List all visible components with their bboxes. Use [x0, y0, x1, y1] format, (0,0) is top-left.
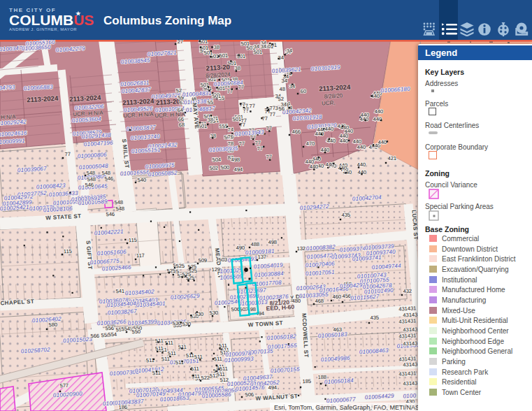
svg-text:421: 421 — [387, 155, 396, 162]
svg-text:55: 55 — [207, 99, 213, 106]
svg-text:34: 34 — [282, 73, 289, 80]
svg-text:48: 48 — [279, 86, 285, 92]
svg-text:UCR,: UCR, — [322, 99, 336, 106]
svg-text:522: 522 — [201, 375, 210, 382]
svg-text:511: 511 — [191, 366, 199, 373]
svg-text:511: 511 — [214, 356, 222, 363]
svg-text:577: 577 — [59, 382, 69, 389]
svg-text:77: 77 — [64, 151, 71, 157]
svg-text:188: 188 — [317, 374, 326, 381]
svg-text:511: 511 — [152, 370, 161, 377]
svg-text:77: 77 — [269, 105, 275, 111]
svg-text:540: 540 — [137, 177, 146, 184]
svg-text:494: 494 — [233, 166, 243, 173]
svg-text:546: 546 — [104, 175, 113, 182]
svg-text:511: 511 — [186, 352, 194, 359]
svg-text:43143: 43143 — [403, 361, 417, 368]
svg-text:506: 506 — [245, 391, 254, 398]
svg-text:440: 440 — [326, 138, 336, 145]
svg-text:77: 77 — [266, 154, 272, 160]
svg-text:38: 38 — [207, 117, 213, 123]
svg-text:2113-20: 2113-20 — [206, 63, 230, 72]
svg-text:431431: 431431 — [398, 317, 417, 324]
svg-text:501: 501 — [212, 93, 221, 100]
svg-text:77: 77 — [249, 103, 255, 109]
svg-text:494: 494 — [268, 384, 277, 391]
svg-text:470: 470 — [305, 140, 315, 147]
svg-text:74: 74 — [227, 127, 233, 133]
svg-text:511: 511 — [192, 373, 200, 380]
svg-text:548: 548 — [115, 206, 124, 212]
svg-text:511: 511 — [175, 359, 184, 366]
svg-text:503: 503 — [218, 257, 227, 264]
svg-text:511: 511 — [155, 345, 164, 352]
svg-text:501: 501 — [219, 52, 228, 59]
svg-text:530: 530 — [172, 320, 181, 327]
svg-text:431431: 431431 — [398, 332, 417, 339]
svg-text:431431: 431431 — [398, 370, 417, 377]
svg-text:498: 498 — [231, 157, 240, 164]
svg-text:546: 546 — [85, 182, 94, 189]
svg-text:511: 511 — [165, 340, 173, 347]
svg-text:115: 115 — [129, 237, 137, 244]
svg-text:77: 77 — [240, 117, 247, 124]
svg-text:500: 500 — [220, 164, 229, 171]
svg-text:541: 541 — [115, 288, 124, 295]
svg-text:440: 440 — [357, 144, 366, 151]
svg-text:137: 137 — [257, 254, 266, 261]
svg-text:490: 490 — [236, 245, 245, 252]
svg-text:56: 56 — [278, 106, 285, 112]
svg-text:52: 52 — [278, 96, 284, 102]
svg-text:511: 511 — [220, 366, 228, 373]
svg-text:34793: 34793 — [0, 84, 15, 91]
svg-text:440: 440 — [338, 165, 347, 172]
svg-text:185: 185 — [302, 378, 311, 385]
svg-text:440: 440 — [339, 133, 348, 140]
svg-text:488: 488 — [250, 241, 259, 248]
svg-text:525: 525 — [175, 263, 185, 270]
svg-text:132: 132 — [296, 245, 305, 252]
svg-text:440: 440 — [324, 126, 333, 133]
svg-text:466: 466 — [292, 129, 301, 136]
svg-text:34: 34 — [286, 48, 292, 54]
svg-text:550: 550 — [131, 329, 141, 336]
svg-text:511: 511 — [146, 357, 154, 364]
svg-text:502: 502 — [209, 165, 218, 172]
svg-text:435: 435 — [370, 315, 379, 322]
svg-text:34: 34 — [278, 55, 284, 61]
svg-text:530: 530 — [194, 311, 203, 318]
svg-text:43143: 43143 — [403, 340, 417, 347]
svg-text:52: 52 — [175, 87, 182, 94]
svg-text:440: 440 — [359, 116, 368, 123]
svg-text:511: 511 — [155, 338, 164, 345]
svg-text:580: 580 — [48, 322, 57, 329]
svg-text:530: 530 — [209, 310, 218, 317]
svg-text:27: 27 — [177, 40, 183, 45]
svg-text:509: 509 — [198, 257, 207, 264]
svg-text:76: 76 — [227, 134, 233, 140]
svg-text:77: 77 — [261, 115, 268, 122]
svg-text:117: 117 — [136, 252, 145, 259]
svg-text:468: 468 — [315, 298, 324, 305]
svg-text:440: 440 — [378, 139, 387, 146]
svg-text:498: 498 — [268, 239, 277, 246]
svg-text:511: 511 — [178, 344, 187, 351]
svg-text:77: 77 — [257, 145, 263, 152]
svg-text:554: 554 — [121, 326, 130, 333]
svg-text:546: 546 — [106, 211, 115, 218]
svg-text:60: 60 — [300, 88, 306, 94]
svg-text:432: 432 — [403, 288, 412, 295]
svg-text:566: 566 — [90, 333, 99, 340]
svg-text:1005509: 1005509 — [220, 273, 243, 281]
svg-text:504: 504 — [212, 157, 221, 164]
svg-text:43143: 43143 — [403, 380, 417, 387]
svg-text:556: 556 — [105, 325, 114, 332]
svg-text:440: 440 — [325, 161, 334, 168]
svg-text:440: 440 — [340, 124, 349, 131]
svg-text:501: 501 — [232, 116, 241, 123]
svg-text:511: 511 — [194, 354, 203, 361]
svg-text:129: 129 — [211, 266, 220, 273]
svg-text:68: 68 — [178, 122, 185, 128]
svg-text:435: 435 — [341, 212, 350, 219]
svg-text:501: 501 — [236, 53, 245, 60]
